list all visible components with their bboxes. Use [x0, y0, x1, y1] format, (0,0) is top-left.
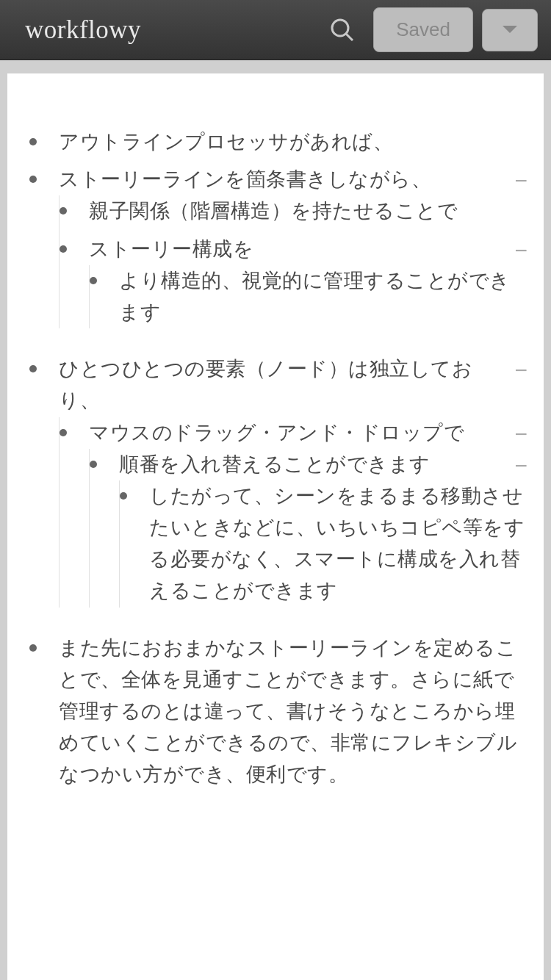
collapse-icon[interactable]: −	[514, 238, 527, 263]
children-container: したがって、シーンをまるまる移動させたいときなどに、いちいちコピペ等をする必要が…	[119, 480, 527, 608]
bullet-icon[interactable]	[29, 138, 37, 145]
bullet-icon[interactable]	[90, 461, 97, 468]
outline-node[interactable]: また先におおまかなストーリーラインを定めることで、全体を見通すことができます。さ…	[29, 633, 527, 791]
outline-node[interactable]: マウスのドラッグ・アンド・ドロップで−	[60, 417, 527, 449]
node-text[interactable]: マウスのドラッグ・アンド・ドロップで	[89, 417, 508, 449]
bullet-icon[interactable]	[60, 245, 67, 253]
children-container: 親子関係（階層構造）を持たせることでストーリー構成を−より構造的、視覚的に管理す…	[59, 195, 527, 328]
save-status-button[interactable]: Saved	[373, 7, 473, 52]
outline-node[interactable]: 順番を入れ替えることができます−	[90, 449, 527, 480]
outline-node[interactable]: ストーリー構成を−	[60, 234, 527, 265]
node-text[interactable]: より構造的、視覚的に管理することができます	[119, 265, 527, 328]
node-text[interactable]: ストーリーラインを箇条書きしながら、	[59, 164, 508, 195]
svg-point-0	[332, 20, 348, 36]
collapse-icon[interactable]: −	[514, 168, 527, 193]
svg-line-1	[346, 34, 353, 40]
search-icon[interactable]	[329, 17, 356, 43]
collapse-icon[interactable]: −	[514, 453, 527, 478]
outline-content: アウトラインプロセッサがあれば、ストーリーラインを箇条書きしながら、−親子関係（…	[7, 73, 544, 980]
node-text[interactable]: また先におおまかなストーリーラインを定めることで、全体を見通すことができます。さ…	[59, 633, 527, 791]
bullet-icon[interactable]	[120, 492, 127, 500]
bullet-icon[interactable]	[60, 429, 67, 436]
outline-node[interactable]: 親子関係（階層構造）を持たせることで	[60, 195, 527, 227]
chevron-down-icon	[503, 26, 517, 35]
outline-node[interactable]: より構造的、視覚的に管理することができます	[90, 265, 527, 328]
bullet-icon[interactable]	[29, 644, 37, 652]
collapse-icon[interactable]: −	[514, 358, 527, 383]
children-container: 順番を入れ替えることができます−したがって、シーンをまるまる移動させたいときなど…	[89, 449, 527, 608]
children-container: より構造的、視覚的に管理することができます	[89, 265, 527, 328]
bullet-icon[interactable]	[29, 365, 37, 372]
node-text[interactable]: したがって、シーンをまるまる移動させたいときなどに、いちいちコピペ等をする必要が…	[149, 480, 527, 608]
node-text[interactable]: 順番を入れ替えることができます	[119, 449, 508, 480]
collapse-icon[interactable]: −	[514, 422, 527, 447]
app-logo[interactable]: workflowy	[25, 15, 329, 45]
children-container: マウスのドラッグ・アンド・ドロップで−順番を入れ替えることができます−したがって…	[59, 417, 527, 608]
outline-node[interactable]: アウトラインプロセッサがあれば、	[29, 126, 527, 158]
bullet-icon[interactable]	[29, 176, 37, 183]
bullet-icon[interactable]	[60, 207, 67, 215]
menu-dropdown-button[interactable]	[482, 9, 538, 51]
outline-node[interactable]: したがって、シーンをまるまる移動させたいときなどに、いちいちコピペ等をする必要が…	[120, 480, 527, 608]
node-text[interactable]: ストーリー構成を	[89, 234, 508, 265]
bullet-icon[interactable]	[90, 277, 97, 284]
node-text[interactable]: ひとつひとつの要素（ノード）は独立しており、	[59, 353, 508, 417]
outline-node[interactable]: ひとつひとつの要素（ノード）は独立しており、−	[29, 353, 527, 417]
node-text[interactable]: アウトラインプロセッサがあれば、	[59, 126, 527, 158]
header: workflowy Saved	[0, 0, 551, 60]
node-text[interactable]: 親子関係（階層構造）を持たせることで	[89, 195, 527, 227]
outline-node[interactable]: ストーリーラインを箇条書きしながら、−	[29, 164, 527, 195]
